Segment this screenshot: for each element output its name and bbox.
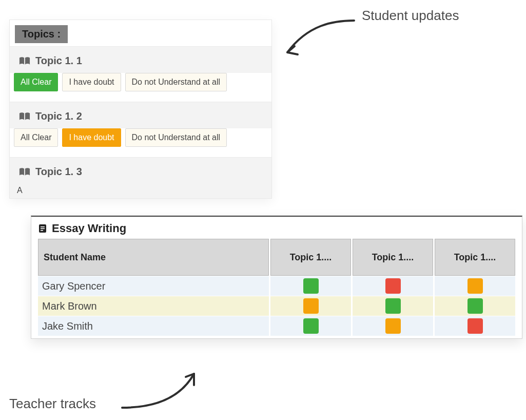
annotation-teacher-label: Teacher tracks [9, 396, 96, 411]
topic-title: Topic 1. 2 [10, 107, 271, 128]
col-topic-3-label: Topic 1.... [454, 252, 496, 262]
do-not-understand-button[interactable]: Do not Understand at all [125, 128, 227, 147]
book-icon [19, 167, 30, 177]
tracker-table: Student Name Topic 1.... Topic 1.... Top… [36, 238, 517, 336]
table-row: Mark Brown [38, 296, 515, 316]
status-cell [270, 296, 351, 316]
svg-rect-3 [41, 230, 43, 231]
status-indicator-green [303, 278, 319, 294]
partial-row-text: A [10, 184, 271, 197]
status-indicator-orange [467, 278, 483, 294]
student-name: Mark Brown [42, 300, 97, 312]
topic-button-row: All Clear I have doubt Do not Understand… [10, 73, 271, 99]
col-topic-1-label: Topic 1.... [290, 252, 332, 262]
col-topic-2: Topic 1.... [353, 239, 433, 276]
topic-title-label: Topic 1. 1 [35, 55, 82, 67]
annotation-student-updates: Student updates [362, 7, 459, 24]
teacher-panel-title-label: Essay Writing [52, 222, 126, 235]
status-cell [270, 316, 351, 336]
book-icon [19, 56, 30, 66]
annotation-teacher-tracks: Teacher tracks [9, 395, 96, 412]
topic-title: Topic 1. 3 [10, 163, 271, 184]
topic-title: Topic 1. 1 [10, 52, 271, 73]
topic-button-row: All Clear I have doubt Do not Understand… [10, 128, 271, 154]
status-indicator-green [467, 298, 483, 314]
i-have-doubt-button[interactable]: I have doubt [62, 73, 121, 91]
all-clear-button[interactable]: All Clear [14, 73, 58, 91]
all-clear-button[interactable]: All Clear [14, 128, 58, 147]
status-indicator-orange [303, 298, 319, 314]
status-indicator-red [467, 318, 483, 334]
svg-rect-2 [41, 228, 45, 230]
topic-title-label: Topic 1. 3 [35, 166, 82, 178]
status-indicator-orange [385, 318, 401, 334]
status-cell [435, 316, 515, 336]
topic-block: Topic 1. 3 A [10, 157, 271, 198]
teacher-tracker-panel: Essay Writing Student Name Topic 1.... T… [31, 216, 522, 339]
topics-header: Topics : [15, 25, 68, 43]
student-name-cell: Mark Brown [38, 296, 269, 316]
arrow-student-icon [277, 15, 359, 62]
topic-title-label: Topic 1. 2 [35, 110, 82, 122]
col-topic-3: Topic 1.... [435, 239, 515, 276]
topic-block: Topic 1. 1 All Clear I have doubt Do not… [10, 46, 271, 99]
col-topic-2-label: Topic 1.... [372, 252, 414, 262]
i-have-doubt-button[interactable]: I have doubt [62, 128, 121, 147]
partial-text: A [17, 186, 23, 195]
status-cell [435, 276, 515, 296]
topic-block: Topic 1. 2 All Clear I have doubt Do not… [10, 102, 271, 154]
book-icon [19, 112, 30, 121]
topics-header-label: Topics : [22, 28, 61, 40]
col-student-name: Student Name [38, 239, 269, 276]
do-not-understand-button[interactable]: Do not Understand at all [125, 73, 227, 91]
svg-rect-1 [41, 226, 45, 227]
student-name-cell: Gary Spencer [38, 276, 269, 296]
status-indicator-red [385, 278, 401, 294]
status-cell [353, 296, 433, 316]
table-row: Jake Smith [38, 316, 515, 336]
student-name-cell: Jake Smith [38, 316, 269, 336]
status-cell [270, 276, 351, 296]
status-cell [353, 276, 433, 296]
student-name: Jake Smith [42, 320, 93, 332]
teacher-panel-title: Essay Writing [36, 219, 517, 238]
arrow-teacher-icon [117, 366, 204, 412]
status-indicator-green [303, 318, 319, 334]
status-cell [435, 296, 515, 316]
status-cell [353, 316, 433, 336]
annotation-student-label: Student updates [362, 8, 459, 23]
student-topics-panel: Topics : Topic 1. 1 All Clear I have dou… [9, 20, 272, 199]
document-icon [37, 223, 48, 234]
col-topic-1: Topic 1.... [270, 239, 351, 276]
col-student-name-label: Student Name [44, 252, 106, 262]
student-name: Gary Spencer [42, 280, 105, 292]
status-indicator-green [385, 298, 401, 314]
table-header-row: Student Name Topic 1.... Topic 1.... Top… [38, 239, 515, 276]
table-row: Gary Spencer [38, 276, 515, 296]
